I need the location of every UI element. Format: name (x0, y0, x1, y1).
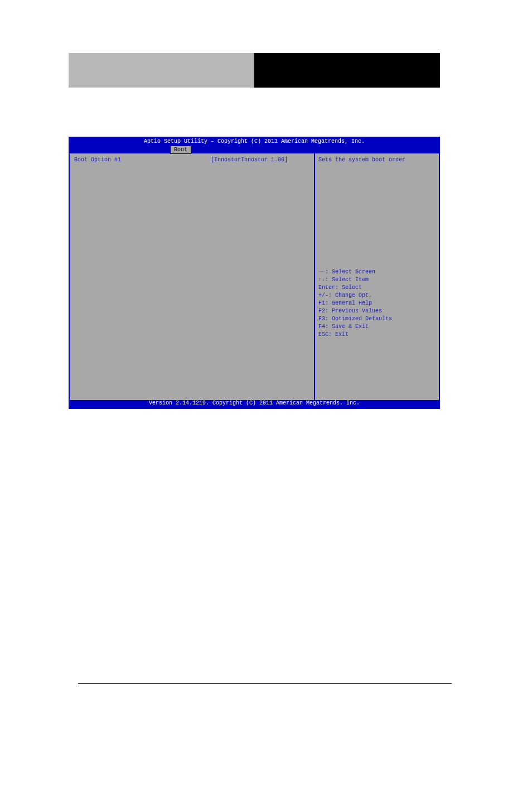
keyhelp-select-item: ↑↓: Select Item (318, 276, 436, 284)
keyhelp-save-exit: F4: Save & Exit (318, 323, 436, 331)
keyhelp-select-screen: →←: Select Screen (318, 268, 436, 276)
bios-help-description-area: Sets the system boot order (318, 157, 436, 268)
bios-key-help: →←: Select Screen ↑↓: Select Item Enter:… (318, 268, 436, 397)
page-footer-rule (78, 683, 452, 684)
page-header-left (69, 53, 254, 88)
bios-side-panel: Sets the system boot order →←: Select Sc… (315, 153, 439, 400)
keyhelp-prev-values: F2: Previous Values (318, 307, 436, 315)
keyhelp-esc-exit: ESC: Exit (318, 331, 436, 339)
bios-main-panel: Boot Option #1 [InnostorInnostor 1.00] (70, 153, 315, 400)
bios-body: Boot Option #1 [InnostorInnostor 1.00] S… (70, 153, 439, 400)
bios-footer-text: Version 2.14.1219. Copyright (C) 2011 Am… (149, 400, 360, 406)
boot-option-1-label: Boot Option #1 (74, 157, 211, 163)
bios-tab-bar: Boot (70, 146, 439, 153)
bios-title-bar: Aptio Setup Utility – Copyright (C) 2011… (70, 138, 439, 146)
bios-title-text: Aptio Setup Utility – Copyright (C) 2011… (144, 138, 365, 144)
bios-help-description: Sets the system boot order (318, 157, 436, 163)
tab-boot[interactable]: Boot (170, 146, 191, 154)
bios-window: Aptio Setup Utility – Copyright (C) 2011… (69, 137, 440, 409)
boot-option-1-value[interactable]: [InnostorInnostor 1.00] (211, 157, 288, 163)
keyhelp-opt-defaults: F3: Optimized Defaults (318, 315, 436, 323)
page-header-bar (69, 53, 440, 88)
bios-footer-bar: Version 2.14.1219. Copyright (C) 2011 Am… (70, 400, 439, 408)
keyhelp-general-help: F1: General Help (318, 300, 436, 307)
keyhelp-change-opt: +/-: Change Opt. (318, 292, 436, 300)
keyhelp-enter: Enter: Select (318, 284, 436, 292)
boot-option-1-row[interactable]: Boot Option #1 [InnostorInnostor 1.00] (74, 157, 309, 163)
page-header-right (254, 53, 440, 88)
